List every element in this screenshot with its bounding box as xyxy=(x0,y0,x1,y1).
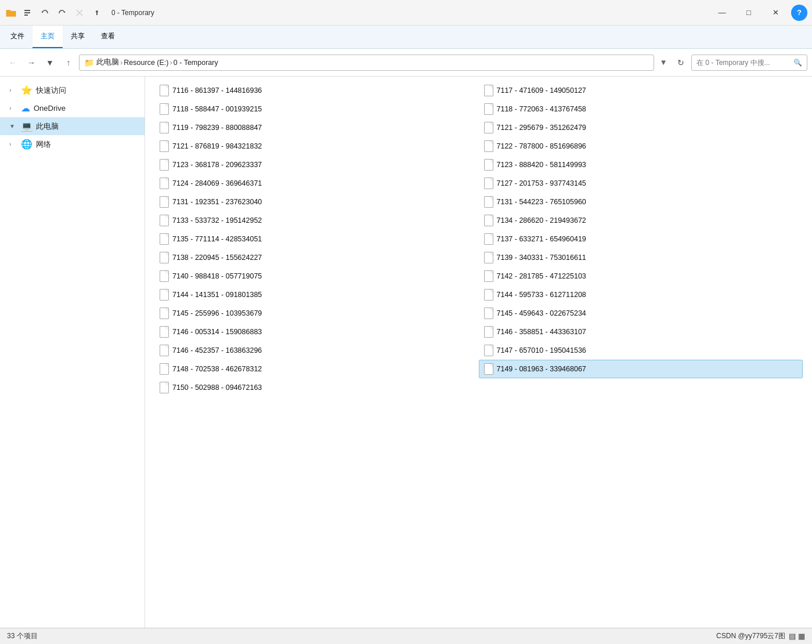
file-item[interactable]: 7146 - 358851 - 443363107 xyxy=(479,323,803,341)
forward-btn[interactable]: → xyxy=(23,55,39,71)
help-btn[interactable]: ? xyxy=(791,5,807,21)
file-item[interactable]: 7116 - 861397 - 144816936 xyxy=(154,81,479,100)
close-btn[interactable]: ✕ xyxy=(762,3,789,22)
file-icon xyxy=(160,270,169,282)
refresh-btn[interactable]: ↻ xyxy=(673,55,689,71)
file-icon xyxy=(484,289,493,301)
file-name: 7119 - 798239 - 880088847 xyxy=(172,124,262,132)
file-name: 7135 - 771114 - 428534051 xyxy=(172,235,262,243)
sidebar-item-this-pc[interactable]: ▼ 💻 此电脑 xyxy=(0,117,145,135)
address-path-box[interactable]: 📁 此电脑 › Resource (E:) › 0 - Temporary xyxy=(79,55,654,71)
svg-point-2 xyxy=(96,10,98,13)
minimize-btn[interactable]: — xyxy=(709,3,735,22)
file-item[interactable]: 7121 - 295679 - 351262479 xyxy=(479,118,803,137)
file-item[interactable]: 7133 - 533732 - 195142952 xyxy=(154,211,479,230)
file-item[interactable]: 7127 - 201753 - 937743145 xyxy=(479,174,803,193)
status-info: CSDN @yy7795云7图 xyxy=(716,631,785,641)
file-item[interactable]: 7123 - 888420 - 581149993 xyxy=(479,155,803,174)
file-item[interactable]: 7138 - 220945 - 155624227 xyxy=(154,248,479,267)
file-item[interactable]: 7142 - 281785 - 471225103 xyxy=(479,267,803,285)
pin-btn[interactable] xyxy=(89,5,104,20)
redo-btn[interactable] xyxy=(55,5,70,20)
file-name: 7150 - 502988 - 094672163 xyxy=(172,383,262,392)
file-item[interactable]: 7150 - 502988 - 094672163 xyxy=(154,378,479,397)
file-icon xyxy=(484,363,493,375)
file-item[interactable]: 7118 - 588447 - 001939215 xyxy=(154,100,479,118)
file-item[interactable]: 7134 - 286620 - 219493672 xyxy=(479,211,803,230)
file-item[interactable]: 7118 - 772063 - 413767458 xyxy=(479,100,803,118)
file-name: 7123 - 888420 - 581149993 xyxy=(497,161,586,169)
file-item[interactable]: 7135 - 771114 - 428534051 xyxy=(154,230,479,248)
path-dropdown-btn[interactable]: ▼ xyxy=(656,55,670,71)
file-item[interactable]: 7124 - 284069 - 369646371 xyxy=(154,174,479,193)
recent-btn[interactable]: ▼ xyxy=(42,55,58,71)
file-item[interactable]: 7119 - 798239 - 880088847 xyxy=(154,118,479,137)
view-icons: ▤ ▦ xyxy=(789,632,805,641)
file-item[interactable]: 7137 - 633271 - 654960419 xyxy=(479,230,803,248)
file-item[interactable]: 7149 - 081963 - 339468067 xyxy=(479,360,803,378)
tab-view[interactable]: 查看 xyxy=(93,26,123,48)
file-name: 7116 - 861397 - 144816936 xyxy=(172,86,262,95)
file-name: 7142 - 281785 - 471225103 xyxy=(497,272,586,280)
file-name: 7124 - 284069 - 369646371 xyxy=(172,179,262,187)
file-item[interactable]: 7121 - 876819 - 984321832 xyxy=(154,137,479,155)
tab-home[interactable]: 主页 xyxy=(33,26,63,48)
sidebar-item-quick-access[interactable]: › ⭐ 快速访问 xyxy=(0,81,145,99)
address-bar: ← → ▼ ↑ 📁 此电脑 › Resource (E:) › 0 - Temp… xyxy=(0,49,812,77)
file-item[interactable]: 7146 - 452357 - 163863296 xyxy=(154,341,479,360)
file-item[interactable]: 7145 - 459643 - 022675234 xyxy=(479,304,803,323)
file-name: 7138 - 220945 - 155624227 xyxy=(172,254,262,262)
file-name: 7133 - 533732 - 195142952 xyxy=(172,216,262,225)
undo-btn[interactable] xyxy=(37,5,52,20)
file-item[interactable]: 7144 - 141351 - 091801385 xyxy=(154,285,479,304)
file-item[interactable]: 7122 - 787800 - 851696896 xyxy=(479,137,803,155)
file-item[interactable]: 7131 - 192351 - 237623040 xyxy=(154,193,479,211)
main-layout: › ⭐ 快速访问 › ☁ OneDrive ▼ 💻 此电脑 › 🌐 网络 711… xyxy=(0,77,812,628)
path-temporary: 0 - Temporary xyxy=(174,59,218,67)
sidebar-item-onedrive[interactable]: › ☁ OneDrive xyxy=(0,99,145,117)
search-box[interactable]: 🔍 xyxy=(691,55,807,71)
file-item[interactable]: 7147 - 657010 - 195041536 xyxy=(479,341,803,360)
file-name: 7121 - 295679 - 351262479 xyxy=(497,124,586,132)
file-item[interactable]: 7144 - 595733 - 612711208 xyxy=(479,285,803,304)
status-right: CSDN @yy7795云7图 ▤ ▦ xyxy=(716,631,805,641)
file-item[interactable]: 7123 - 368178 - 209623337 xyxy=(154,155,479,174)
file-item[interactable]: 7139 - 340331 - 753016611 xyxy=(479,248,803,267)
svg-rect-3 xyxy=(96,13,98,15)
back-btn[interactable]: ← xyxy=(5,55,21,71)
file-name: 7146 - 005314 - 159086883 xyxy=(172,328,262,336)
quick-access-btn[interactable] xyxy=(20,5,35,20)
file-item[interactable]: 7131 - 544223 - 765105960 xyxy=(479,193,803,211)
file-name: 7121 - 876819 - 984321832 xyxy=(172,142,262,150)
file-name: 7148 - 702538 - 462678312 xyxy=(172,365,262,373)
file-item[interactable]: 7146 - 005314 - 159086883 xyxy=(154,323,479,341)
sidebar-item-network[interactable]: › 🌐 网络 xyxy=(0,135,145,153)
file-name: 7144 - 141351 - 091801385 xyxy=(172,291,262,299)
file-icon xyxy=(484,307,493,319)
file-icon xyxy=(160,140,169,152)
tab-file[interactable]: 文件 xyxy=(2,26,33,48)
file-item[interactable]: 7117 - 471609 - 149050127 xyxy=(479,81,803,100)
file-name: 7145 - 459643 - 022675234 xyxy=(497,309,586,317)
search-input[interactable] xyxy=(696,59,793,67)
file-icon xyxy=(484,252,493,263)
path-folder-icon: 📁 xyxy=(84,58,94,67)
file-name: 7149 - 081963 - 339468067 xyxy=(497,365,586,373)
list-view-icon[interactable]: ▤ xyxy=(789,632,796,641)
ribbon: 文件 主页 共享 查看 xyxy=(0,26,812,49)
file-icon xyxy=(160,345,169,356)
this-pc-icon: 💻 xyxy=(21,121,33,132)
delete-btn[interactable] xyxy=(72,5,87,20)
file-item[interactable]: 7140 - 988418 - 057719075 xyxy=(154,267,479,285)
file-icon xyxy=(160,196,169,208)
maximize-btn[interactable]: □ xyxy=(735,3,762,22)
grid-view-icon[interactable]: ▦ xyxy=(798,632,805,641)
title-bar: 0 - Temporary — □ ✕ ? xyxy=(0,0,812,26)
title-bar-left: 0 - Temporary xyxy=(5,5,709,20)
tab-share[interactable]: 共享 xyxy=(63,26,93,48)
file-name: 7122 - 787800 - 851696896 xyxy=(497,142,586,150)
file-item[interactable]: 7145 - 255996 - 103953679 xyxy=(154,304,479,323)
file-item[interactable]: 7148 - 702538 - 462678312 xyxy=(154,360,479,378)
file-icon xyxy=(160,252,169,263)
up-btn[interactable]: ↑ xyxy=(60,55,77,71)
